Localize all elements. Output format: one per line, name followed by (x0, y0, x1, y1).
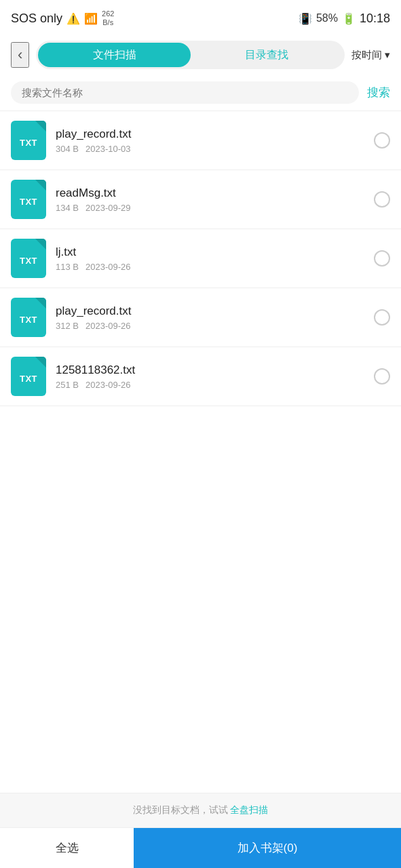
file-icon-label: TXT (20, 256, 37, 266)
file-icon: TXT (11, 121, 46, 160)
file-date: 2023-09-26 (85, 262, 131, 272)
full-scan-link[interactable]: 全盘扫描 (230, 804, 268, 815)
file-checkbox[interactable] (374, 132, 390, 149)
network-speed: 262 B/s (102, 9, 114, 27)
top-nav: ‹ 文件扫描 目录查找 按时间 ▾ (0, 35, 401, 76)
search-button[interactable]: 搜索 (367, 85, 390, 100)
battery-percent: 58% (316, 12, 338, 24)
file-info: 1258118362.txt 251 B 2023-09-26 (56, 363, 364, 390)
file-info: play_record.txt 304 B 2023-10-03 (56, 127, 364, 154)
status-right: 📳 58% 🔋 10:18 (299, 12, 390, 26)
tab-file-scan[interactable]: 文件扫描 (38, 43, 190, 67)
select-all-button[interactable]: 全选 (0, 828, 134, 868)
file-name: readMsg.txt (56, 186, 364, 200)
file-icon-label: TXT (20, 138, 37, 148)
file-size: 113 B (56, 262, 79, 272)
file-name: lj.txt (56, 245, 364, 259)
file-date: 2023-09-26 (85, 380, 131, 390)
bottom-toolbar: 全选 加入书架(0) (0, 827, 401, 868)
file-size: 134 B (56, 203, 79, 213)
file-checkbox[interactable] (374, 368, 390, 384)
file-icon: TXT (11, 298, 46, 337)
file-name: 1258118362.txt (56, 363, 364, 377)
status-bar: SOS only ⚠️ 📶 262 B/s 📳 58% 🔋 10:18 (0, 0, 401, 35)
file-icon-label: TXT (20, 315, 37, 325)
battery-icon: 🔋 (342, 12, 356, 25)
vibrate-icon: 📳 (299, 12, 312, 25)
tab-toggle: 文件扫描 目录查找 (36, 41, 345, 69)
file-info: lj.txt 113 B 2023-09-26 (56, 245, 364, 272)
file-date: 2023-10-03 (85, 144, 131, 154)
signal-icon: 📶 (84, 12, 98, 25)
search-input-wrap (11, 81, 359, 104)
file-item[interactable]: TXT lj.txt 113 B 2023-09-26 (0, 229, 401, 288)
tab-dir-find[interactable]: 目录查找 (191, 43, 343, 67)
file-name: play_record.txt (56, 127, 364, 141)
file-icon-label: TXT (20, 374, 37, 384)
sort-chevron-icon: ▾ (385, 49, 390, 61)
bottom-hint: 没找到目标文档，试试 全盘扫描 (0, 793, 401, 827)
file-icon: TXT (11, 180, 46, 219)
status-left: SOS only ⚠️ 📶 262 B/s (11, 9, 114, 27)
file-item[interactable]: TXT play_record.txt 304 B 2023-10-03 (0, 111, 401, 170)
file-meta: 134 B 2023-09-29 (56, 203, 364, 213)
file-item[interactable]: TXT play_record.txt 312 B 2023-09-26 (0, 288, 401, 347)
file-checkbox[interactable] (374, 250, 390, 267)
file-icon-label: TXT (20, 197, 37, 207)
sort-label: 按时间 (351, 49, 382, 62)
file-size: 312 B (56, 321, 79, 331)
file-checkbox[interactable] (374, 191, 390, 208)
sos-label: SOS only (11, 12, 62, 26)
file-size: 251 B (56, 380, 79, 390)
time-display: 10:18 (360, 12, 390, 26)
file-icon: TXT (11, 239, 46, 278)
file-info: play_record.txt 312 B 2023-09-26 (56, 304, 364, 331)
file-list: TXT play_record.txt 304 B 2023-10-03 TXT… (0, 111, 401, 793)
file-meta: 251 B 2023-09-26 (56, 380, 364, 390)
back-button[interactable]: ‹ (11, 42, 29, 68)
add-shelf-button[interactable]: 加入书架(0) (134, 828, 401, 868)
search-bar: 搜索 (0, 76, 401, 111)
file-meta: 113 B 2023-09-26 (56, 262, 364, 272)
file-meta: 304 B 2023-10-03 (56, 144, 364, 154)
search-input[interactable] (22, 87, 348, 98)
wifi-icon: ⚠️ (66, 12, 80, 25)
bottom-hint-text: 没找到目标文档，试试 (133, 804, 228, 815)
file-name: play_record.txt (56, 304, 364, 318)
file-icon: TXT (11, 357, 46, 396)
file-date: 2023-09-26 (85, 321, 131, 331)
file-item[interactable]: TXT 1258118362.txt 251 B 2023-09-26 (0, 347, 401, 406)
file-size: 304 B (56, 144, 79, 154)
file-meta: 312 B 2023-09-26 (56, 321, 364, 331)
file-info: readMsg.txt 134 B 2023-09-29 (56, 186, 364, 213)
file-checkbox[interactable] (374, 309, 390, 326)
file-item[interactable]: TXT readMsg.txt 134 B 2023-09-29 (0, 170, 401, 229)
file-date: 2023-09-29 (85, 203, 131, 213)
sort-button[interactable]: 按时间 ▾ (351, 49, 390, 62)
